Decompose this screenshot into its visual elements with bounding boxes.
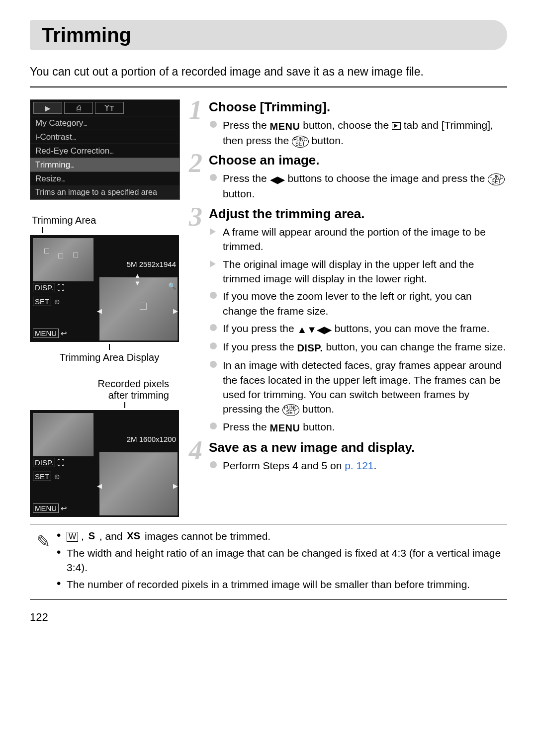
page-link[interactable]: p. 121 (345, 460, 373, 471)
page-title-bar: Trimming (30, 20, 507, 50)
caption-trimming-display: Trimming Area Display (30, 352, 189, 363)
steps-container: 1Choose [Trimming].Press the MENU button… (189, 99, 507, 478)
arrow-updown-icon: ▲▼ (134, 272, 141, 287)
step-body: Press the MENU button, choose the tab an… (209, 118, 507, 148)
playback-tab-icon (392, 122, 401, 130)
tab-print: ⎙ (64, 102, 93, 114)
step-4: 4Save as a new image and display.Perform… (189, 440, 507, 473)
step-item: Press the MENU button, choose the tab an… (209, 118, 507, 148)
original-image-thumb (33, 238, 93, 281)
pointer-line (42, 227, 43, 233)
set-badge: SET ☺ (33, 297, 61, 306)
step-title: Choose an image. (209, 153, 507, 168)
step-item: In an image with detected faces, gray fr… (209, 358, 507, 417)
face-frame (44, 249, 49, 253)
menu-hint: Trims an image to a specified area (30, 185, 179, 199)
step-number: 3 (189, 201, 201, 232)
step-3: 3Adjust the trimming area.A frame will a… (189, 206, 507, 435)
step-item: If you press the DISP. button, you can c… (209, 339, 507, 355)
pencil-icon: ✎ (30, 529, 57, 594)
left-right-buttons-icon: ◀▶ (270, 174, 285, 185)
divider (30, 86, 507, 87)
tab-tools: ϒΤ (95, 102, 124, 114)
step-number: 4 (189, 435, 201, 466)
arrow-left-icon: ◀ (97, 307, 102, 315)
pointer-line (109, 344, 110, 350)
step-body: Perform Steps 4 and 5 on p. 121. (209, 458, 507, 473)
s-size-icon: S (87, 531, 96, 540)
disp-badge: DISP. ⛶ (33, 458, 65, 467)
trimming-screenshot-2: 2M 1600x1200 DISP. ⛶ SET ☺ MENU ↩ ◀ ▶ (30, 410, 179, 517)
step-item: If you move the zoom lever to the left o… (209, 289, 507, 318)
menu-badge: MENU ↩ (33, 329, 67, 338)
menu-item-icontrast: i-Contrast (30, 130, 179, 144)
arrow-right-icon: ▶ (173, 482, 178, 490)
camera-menu-screenshot: ▶ ⎙ ϒΤ My Category i-Contrast Red-Eye Co… (30, 99, 180, 200)
page-number: 122 (30, 611, 507, 624)
face-frame (73, 252, 78, 257)
trimmed-image-preview (99, 277, 178, 340)
magnify-icon: 🔍 (168, 282, 176, 290)
step-2: 2Choose an image.Press the ◀▶ buttons to… (189, 153, 507, 201)
func-set-button-icon: FUNCSET (488, 173, 505, 185)
menu-item-resize: Resize (30, 171, 179, 185)
step-title: Adjust the trimming area. (209, 206, 507, 222)
menu-button-icon: MENU (270, 422, 300, 433)
note-item: The width and height ratio of an image t… (57, 546, 507, 575)
menu-button-icon: MENU (270, 121, 300, 132)
step-title: Save as a new image and display. (209, 440, 507, 455)
arrow-right-icon: ▶ (173, 307, 178, 315)
caption-trimming-area: Trimming Area (32, 215, 189, 226)
step-1: 1Choose [Trimming].Press the MENU button… (189, 99, 507, 148)
arrow-left-icon: ◀ (97, 482, 102, 490)
note-item: W , S , and XS images cannot be trimmed. (57, 529, 507, 543)
step-item: The original image will display in the u… (209, 257, 507, 286)
step-body: Press the ◀▶ buttons to choose the image… (209, 171, 507, 201)
tab-playback: ▶ (33, 102, 62, 114)
menu-item-my-category: My Category (30, 116, 179, 130)
focus-marker (140, 303, 147, 310)
step-title: Choose [Trimming]. (209, 99, 507, 115)
direction-buttons-icon: ▲▼◀▶ (297, 324, 332, 335)
w-size-icon: W (67, 532, 78, 542)
func-set-button-icon: FUNCSET (282, 404, 299, 416)
intro-text: You can cut out a portion of a recorded … (30, 65, 507, 79)
disp-badge: DISP. ⛶ (33, 283, 65, 292)
trimming-screenshot-1: 5M 2592x1944 DISP. ⛶ SET ☺ MENU ↩ ▲▼ ◀ ▶… (30, 235, 179, 342)
menu-item-redeye: Red-Eye Correction (30, 144, 179, 158)
original-image-thumb (33, 413, 93, 456)
camera-menu-tabs: ▶ ⎙ ϒΤ (30, 100, 179, 116)
step-item: A frame will appear around the portion o… (209, 225, 507, 254)
resolution-label: 2M 1600x1200 (127, 435, 176, 443)
func-set-button-icon: FUNCSET (292, 136, 309, 148)
menu-item-trimming: Trimming (30, 158, 179, 171)
trimmed-image-preview (99, 452, 178, 515)
notes-box: ✎ W , S , and XS images cannot be trimme… (30, 524, 507, 600)
step-body: A frame will appear around the portion o… (209, 225, 507, 435)
disp-button-icon: DISP. (297, 342, 323, 353)
step-item: Press the MENU button. (209, 420, 507, 435)
xs-size-icon: XS (125, 531, 142, 540)
menu-badge: MENU ↩ (33, 504, 67, 513)
face-frame (58, 253, 63, 258)
step-number: 2 (189, 148, 201, 178)
pointer-line (124, 402, 125, 408)
step-number: 1 (189, 94, 201, 125)
page-title: Trimming (42, 24, 495, 46)
caption-recorded-pixels: Recorded pixels after trimming (32, 378, 189, 401)
step-item: Press the ◀▶ buttons to choose the image… (209, 171, 507, 201)
step-item: Perform Steps 4 and 5 on p. 121. (209, 458, 507, 473)
note-item: The number of recorded pixels in a trimm… (57, 578, 507, 591)
resolution-label: 5M 2592x1944 (127, 260, 176, 268)
set-badge: SET ☺ (33, 472, 61, 481)
step-item: If you press the ▲▼◀▶ buttons, you can m… (209, 321, 507, 336)
